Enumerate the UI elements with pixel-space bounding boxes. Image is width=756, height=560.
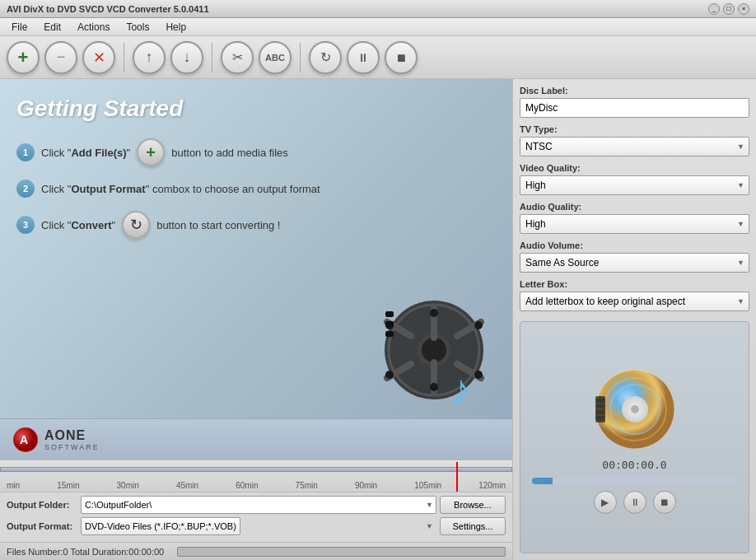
tv-type-select[interactable]: NTSC PAL [520, 137, 749, 156]
add-file-button[interactable]: + [7, 41, 40, 74]
menu-tools[interactable]: Tools [118, 20, 157, 35]
disc-label-field: Disc Label: [520, 86, 749, 118]
svg-rect-29 [596, 399, 604, 403]
bottom-section: Output Folder: Browse... Output Format: … [0, 492, 512, 542]
step-2: 2 Click "Output Format" combox to choose… [16, 180, 496, 198]
timeline-label-7: 105min [414, 481, 441, 490]
timeline-label-3: 45min [176, 481, 198, 490]
preview-disc-graphic [590, 362, 680, 452]
audio-quality-select[interactable]: High Medium Low [520, 214, 749, 234]
timeline-label-8: 120min [478, 481, 506, 490]
getting-started-area: Getting Started 1 Click "Add File(s)" + … [0, 79, 512, 418]
svg-point-13 [474, 371, 483, 379]
pause-button[interactable]: ⏸ [347, 41, 380, 74]
title-bar: AVI DivX to DVD SVCD VCD Converter 5.0.0… [0, 0, 756, 18]
move-up-button[interactable]: ↑ [133, 41, 166, 74]
step-3-text-after: button to start converting ! [156, 219, 280, 231]
audio-volume-select[interactable]: Same As Source 50% 75% 100% 125% 150% [520, 253, 749, 273]
logo-icon: A [13, 427, 38, 452]
close-button[interactable]: × [738, 3, 749, 15]
svg-point-3 [422, 338, 446, 362]
browse-button[interactable]: Browse... [440, 496, 506, 514]
toolbar-separator-1 [124, 43, 124, 72]
preview-slider[interactable] [532, 478, 737, 484]
film-reel-decoration: ♪ [372, 284, 496, 410]
rename-button[interactable]: ABC [259, 41, 292, 74]
audio-volume-select-wrap: Same As Source 50% 75% 100% 125% 150% [520, 253, 749, 273]
convert-icon: ↻ [122, 211, 150, 239]
preview-pause-button[interactable]: ⏸ [623, 491, 646, 514]
logo-text-area: AONE SOFTWARE [44, 428, 100, 451]
output-format-select[interactable]: DVD-Video Files (*.IFO;*.BUP;*.VOB) [81, 517, 240, 535]
svg-point-14 [385, 371, 394, 379]
menu-edit[interactable]: Edit [35, 20, 69, 35]
convert-button[interactable]: ↻ [309, 41, 342, 74]
svg-rect-18 [385, 331, 394, 337]
svg-point-25 [631, 405, 639, 413]
output-folder-input[interactable] [81, 496, 436, 514]
stop-button[interactable]: ⏹ [385, 41, 418, 74]
step-3-text: Click "Convert" [41, 219, 115, 231]
preview-stop-button[interactable]: ⏹ [653, 491, 676, 514]
remove-button[interactable]: − [44, 41, 77, 74]
letter-box-select[interactable]: Add letterbox to keep original aspect No… [520, 292, 749, 311]
preview-controls: ▶ ⏸ ⏹ [594, 491, 676, 514]
preview-play-button[interactable]: ▶ [594, 491, 617, 514]
svg-point-10 [430, 309, 438, 317]
tv-type-select-wrap: NTSC PAL [520, 137, 749, 156]
move-down-button[interactable]: ↓ [170, 41, 203, 74]
step-1-text: Click "Add File(s)" [41, 147, 130, 159]
output-format-row: Output Format: DVD-Video Files (*.IFO;*.… [7, 517, 506, 535]
logo-brand: AONE [44, 428, 86, 442]
video-quality-field: Video Quality: High Medium Low [520, 163, 749, 195]
cut-button[interactable]: ✂ [221, 41, 254, 74]
output-folder-label: Output Folder: [7, 500, 81, 510]
timeline-labels: min 15min 30min 45min 60min 75min 90min … [0, 481, 512, 490]
settings-button[interactable]: Settings... [440, 517, 506, 535]
minimize-button[interactable]: _ [708, 3, 720, 15]
getting-started-title: Getting Started [16, 96, 496, 122]
audio-volume-label: Audio Volume: [520, 240, 749, 250]
svg-text:♪: ♪ [450, 366, 471, 408]
logo-sub: SOFTWARE [44, 443, 100, 451]
menu-help[interactable]: Help [157, 20, 194, 35]
toolbar-separator-2 [212, 43, 212, 72]
timeline-label-1: 15min [57, 481, 79, 490]
svg-rect-30 [596, 404, 604, 408]
title-bar-buttons: _ □ × [708, 3, 749, 15]
output-folder-row: Output Folder: Browse... [7, 496, 506, 514]
disc-label-input[interactable] [520, 98, 749, 118]
preview-area: 00:00:00.0 ▶ ⏸ ⏹ [520, 321, 749, 553]
timeline-track [0, 467, 512, 472]
menu-actions[interactable]: Actions [69, 20, 118, 35]
video-quality-label: Video Quality: [520, 163, 749, 173]
step-1-text-after: button to add media files [171, 147, 288, 159]
timeline-label-0: min [7, 481, 20, 490]
svg-rect-31 [596, 410, 604, 414]
video-quality-select-wrap: High Medium Low [520, 175, 749, 195]
audio-quality-select-wrap: High Medium Low [520, 214, 749, 234]
timeline-label-2: 30min [117, 481, 139, 490]
svg-point-11 [430, 383, 438, 391]
toolbar: + − ✕ ↑ ↓ ✂ ABC ↻ ⏸ ⏹ [0, 36, 756, 79]
tv-type-label: TV Type: [520, 124, 749, 134]
menu-file[interactable]: File [3, 20, 35, 35]
step-1-number: 1 [16, 143, 35, 161]
svg-rect-16 [385, 311, 394, 317]
toolbar-separator-3 [300, 43, 301, 72]
timeline-label-4: 60min [236, 481, 258, 490]
step-1: 1 Click "Add File(s)" + button to add me… [16, 138, 496, 166]
svg-text:A: A [20, 433, 28, 446]
step-2-text: Click "Output Format" combox to choose a… [41, 183, 320, 195]
svg-rect-17 [385, 321, 394, 327]
maximize-button[interactable]: □ [723, 3, 735, 15]
timeline: min 15min 30min 45min 60min 75min 90min … [0, 460, 512, 492]
output-format-label: Output Format: [7, 521, 81, 531]
title-bar-text: AVI DivX to DVD SVCD VCD Converter 5.0.0… [7, 4, 209, 14]
video-quality-select[interactable]: High Medium Low [520, 175, 749, 195]
tv-type-field: TV Type: NTSC PAL [520, 124, 749, 156]
audio-volume-field: Audio Volume: Same As Source 50% 75% 100… [520, 240, 749, 273]
clear-button[interactable]: ✕ [82, 41, 115, 74]
letter-box-label: Letter Box: [520, 279, 749, 289]
preview-time: 00:00:00.0 [602, 459, 666, 471]
